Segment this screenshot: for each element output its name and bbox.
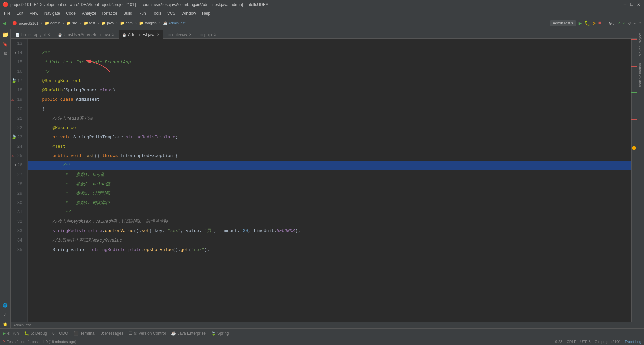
test-fail-icon: ✕: [3, 339, 6, 344]
breadcrumb-project[interactable]: 🔴: [12, 21, 17, 25]
charset[interactable]: UTF-8: [580, 340, 591, 344]
menu-window[interactable]: Window: [179, 10, 199, 16]
maven-project-label[interactable]: Maven Project: [637, 29, 644, 60]
code-content[interactable]: /** * Unit test for simple ProductApp. *…: [28, 39, 631, 322]
breadcrumb-admin[interactable]: 📁 admin: [45, 21, 60, 25]
tab-bootstrap[interactable]: 📄 bootstrap.yml ✕: [12, 30, 54, 39]
linenum-35: 35: [11, 245, 24, 255]
tab-gateway-close[interactable]: ✕: [189, 33, 192, 37]
code-line-14: /**: [28, 48, 631, 58]
debug-tab[interactable]: 🐛 5: Debug: [24, 331, 47, 336]
linenum-14: ▼14: [11, 48, 24, 58]
current-file-name: AdminTest: [13, 323, 31, 327]
menu-refactor[interactable]: Refactor: [100, 10, 120, 16]
linenum-30: 30: [11, 198, 24, 208]
window-controls[interactable]: ─ □ ✕: [624, 2, 640, 7]
linenum-22: 22: [11, 123, 24, 133]
menu-vcs[interactable]: VCS: [165, 10, 178, 16]
event-log[interactable]: Event Log: [625, 340, 641, 344]
spring-label: Spring: [217, 331, 229, 336]
close-button[interactable]: ✕: [637, 2, 640, 7]
tab-umsuserservice[interactable]: ☕ UmsUserServiceImpl.java ✕: [54, 30, 118, 39]
java-enterprise-tab[interactable]: ☕ Java Enterprise: [171, 331, 205, 336]
sidebar-icon-structure[interactable]: 🏗: [1, 50, 9, 58]
code-line-25: public void test() throws InterruptedExc…: [28, 151, 631, 161]
terminal-tab[interactable]: ⬛ Terminal: [74, 331, 95, 336]
bean-validation-label[interactable]: Bean Validation: [637, 60, 644, 92]
breadcrumb-java[interactable]: 📁 java: [101, 21, 114, 25]
terminal-label: Terminal: [80, 331, 95, 336]
minimize-button[interactable]: ─: [624, 2, 626, 7]
code-line-28: * 参数2: value值: [28, 180, 631, 189]
messages-tab[interactable]: 0: Messages: [101, 331, 123, 336]
git-check-1[interactable]: ✓: [618, 21, 620, 26]
code-line-17: @SpringBootTest: [28, 76, 631, 86]
java-enterprise-icon: ☕: [171, 331, 176, 336]
java-enterprise-label: Java Enterprise: [177, 331, 205, 336]
sidebar-icon-web[interactable]: 🌐: [1, 301, 9, 309]
line-ending[interactable]: CRLF: [567, 340, 576, 344]
linenum-34: 34: [11, 236, 24, 245]
breadcrumb-com[interactable]: 📁 com: [120, 21, 133, 25]
git-push[interactable]: ⬆: [639, 21, 641, 26]
version-control-tab[interactable]: ☰ 9: Version Control: [129, 331, 166, 336]
git-refresh[interactable]: ↺: [628, 21, 631, 26]
stop-button[interactable]: ■: [598, 20, 601, 26]
breadcrumb-test[interactable]: 📁 test: [84, 21, 95, 25]
tab-pojo-close[interactable]: ✕: [214, 33, 216, 37]
test-result-text: Tests failed: 1, passed: 0 (19 minutes a…: [7, 340, 76, 344]
menu-edit[interactable]: Edit: [14, 10, 26, 16]
toolbar-back-icon[interactable]: ◀: [3, 20, 6, 27]
breadcrumb-src[interactable]: 📁 src: [66, 21, 77, 25]
code-line-19: public class AdminTest: [28, 95, 631, 105]
code-line-26: /**: [28, 161, 631, 170]
sidebar-icon-project[interactable]: 📁: [1, 31, 9, 39]
todo-tab[interactable]: 6: TODO: [52, 331, 68, 336]
breadcrumb-tangxin[interactable]: 📁 tangxin: [139, 21, 157, 25]
bottom-panel: ▶ 4: Run 🐛 5: Debug 6: TODO ⬛ Terminal 0…: [0, 328, 644, 338]
menu-analyze[interactable]: Analyze: [79, 10, 99, 16]
menu-view[interactable]: View: [27, 10, 41, 16]
code-line-13: [28, 39, 631, 48]
sidebar-icon-zstructure[interactable]: Z: [1, 311, 9, 319]
spring-tab[interactable]: 🍃 Spring: [211, 331, 229, 336]
bottom-file-label: AdminTest: [11, 322, 637, 328]
tab-umsuserservice-close[interactable]: ✕: [112, 33, 114, 37]
sidebar-icon-bookmark[interactable]: 🔖: [1, 40, 9, 48]
build-button[interactable]: ⚒: [593, 20, 595, 26]
menu-code[interactable]: Code: [63, 10, 78, 16]
git-undo[interactable]: ↶: [633, 21, 636, 26]
code-line-23: private StringRedisTemplate stringRedisT…: [28, 133, 631, 142]
run-config-label[interactable]: AdminTest ▾: [550, 20, 576, 26]
menu-help[interactable]: Help: [199, 10, 213, 16]
debug-button[interactable]: 🐛: [584, 20, 590, 26]
tab-admintest-label: AdminTest.java: [128, 32, 155, 37]
menu-build[interactable]: Build: [121, 10, 135, 16]
code-area[interactable]: 13 ▼14 15 16 🍃 17 18 ⚠ 19 20 21 22: [11, 39, 637, 322]
breadcrumb-project-label[interactable]: project2101: [19, 21, 39, 25]
tab-gateway[interactable]: m gateway ✕: [164, 30, 195, 39]
spring-icon: 🍃: [211, 331, 216, 336]
run-tab[interactable]: ▶ 4: Run: [3, 331, 19, 336]
right-panel-labels: Maven Project Bean Validation: [637, 29, 644, 328]
tab-pojo[interactable]: m pojo ✕: [196, 30, 220, 39]
tab-bootstrap-label: bootstrap.yml: [21, 32, 46, 37]
maximize-button[interactable]: □: [630, 2, 633, 7]
menu-run[interactable]: Run: [136, 10, 149, 16]
menu-navigate[interactable]: Navigate: [42, 10, 63, 16]
menu-tools[interactable]: Tools: [149, 10, 164, 16]
tab-admintest[interactable]: ☕ AdminTest.java ✕: [119, 30, 163, 39]
tab-admintest-close[interactable]: ✕: [157, 33, 160, 37]
sidebar-icon-favorites[interactable]: ⭐: [1, 320, 9, 328]
linenum-29: 29: [11, 189, 24, 198]
breadcrumb-admintest[interactable]: ☕ AdminTest: [163, 21, 186, 25]
toolbar-separator-2: [605, 20, 605, 27]
messages-label: 0: Messages: [101, 331, 123, 336]
tab-bootstrap-close[interactable]: ✕: [47, 33, 50, 37]
run-button[interactable]: ▶: [579, 20, 582, 27]
git-check-2[interactable]: ✓: [623, 21, 626, 26]
linenum-26: ▼26: [11, 161, 24, 170]
git-info[interactable]: Git: project2101: [595, 340, 621, 344]
menu-file[interactable]: File: [1, 10, 13, 16]
position-indicator[interactable]: 19:23: [553, 340, 562, 344]
